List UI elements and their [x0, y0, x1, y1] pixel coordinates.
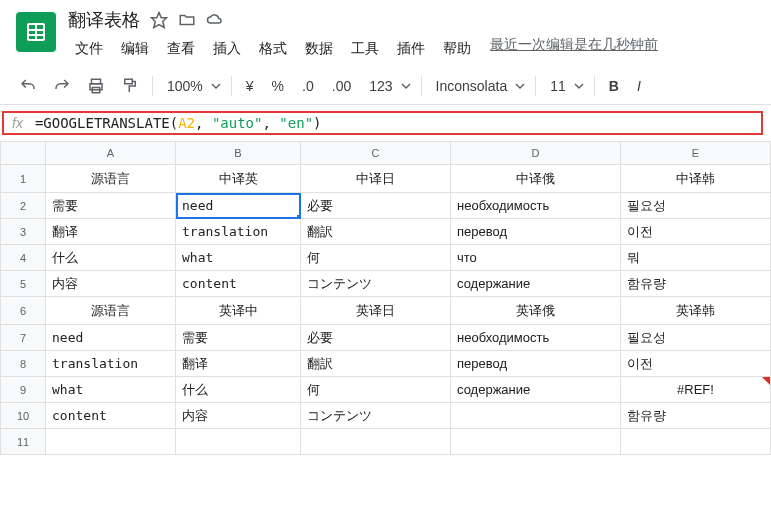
cell[interactable]: 翻訳 — [301, 219, 451, 245]
decrease-decimal-button[interactable]: .0 — [298, 78, 318, 94]
row-header[interactable]: 11 — [0, 429, 46, 455]
menu-file[interactable]: 文件 — [68, 36, 110, 62]
bold-button[interactable]: B — [605, 78, 623, 94]
cell[interactable]: コンテンツ — [301, 271, 451, 297]
cell[interactable]: what — [176, 245, 301, 271]
cell[interactable]: 必要 — [301, 325, 451, 351]
row-header[interactable]: 5 — [0, 271, 46, 297]
select-all-corner[interactable] — [0, 141, 46, 165]
cell[interactable]: 什么 — [46, 245, 176, 271]
cell[interactable]: 中译英 — [176, 165, 301, 193]
cell[interactable] — [451, 429, 621, 455]
cell[interactable] — [621, 429, 771, 455]
cell[interactable]: 需要 — [46, 193, 176, 219]
cell[interactable]: 英译日 — [301, 297, 451, 325]
cell[interactable]: необходимость — [451, 193, 621, 219]
cell[interactable]: 필요성 — [621, 193, 771, 219]
percent-button[interactable]: % — [268, 78, 288, 94]
menu-format[interactable]: 格式 — [252, 36, 294, 62]
move-folder-icon[interactable] — [178, 11, 196, 29]
cell[interactable]: 필요성 — [621, 325, 771, 351]
cloud-status-icon[interactable] — [206, 11, 224, 29]
cell[interactable]: 翻訳 — [301, 351, 451, 377]
cell[interactable]: 源语言 — [46, 165, 176, 193]
cell[interactable]: 英译韩 — [621, 297, 771, 325]
cell[interactable]: 함유량 — [621, 403, 771, 429]
cell[interactable] — [451, 403, 621, 429]
paint-format-icon[interactable] — [118, 74, 142, 98]
row-header[interactable]: 9 — [0, 377, 46, 403]
cell[interactable]: перевод — [451, 219, 621, 245]
col-header-c[interactable]: C — [301, 141, 451, 165]
cell[interactable]: 英译俄 — [451, 297, 621, 325]
cell[interactable]: content — [176, 271, 301, 297]
print-icon[interactable] — [84, 74, 108, 98]
row-header[interactable]: 8 — [0, 351, 46, 377]
sheets-logo[interactable] — [16, 12, 56, 52]
number-format-dropdown[interactable]: 123 — [365, 78, 410, 94]
cell[interactable]: translation — [46, 351, 176, 377]
cell[interactable]: コンテンツ — [301, 403, 451, 429]
menu-help[interactable]: 帮助 — [436, 36, 478, 62]
error-cell[interactable]: #REF! — [621, 377, 771, 403]
cell[interactable]: 中译韩 — [621, 165, 771, 193]
doc-title[interactable]: 翻译表格 — [68, 8, 140, 32]
cell[interactable]: содержание — [451, 271, 621, 297]
edit-history-link[interactable]: 最近一次编辑是在几秒钟前 — [490, 36, 658, 62]
cell[interactable]: what — [46, 377, 176, 403]
cell[interactable]: 必要 — [301, 193, 451, 219]
cell[interactable]: 함유량 — [621, 271, 771, 297]
cell[interactable]: content — [46, 403, 176, 429]
increase-decimal-button[interactable]: .00 — [328, 78, 355, 94]
menu-insert[interactable]: 插入 — [206, 36, 248, 62]
menu-data[interactable]: 数据 — [298, 36, 340, 62]
italic-button[interactable]: I — [633, 78, 645, 94]
cell[interactable]: 中译俄 — [451, 165, 621, 193]
cell[interactable]: 何 — [301, 377, 451, 403]
font-dropdown[interactable]: Inconsolata — [432, 78, 526, 94]
cell[interactable]: 中译日 — [301, 165, 451, 193]
cell[interactable]: 何 — [301, 245, 451, 271]
cell[interactable]: 需要 — [176, 325, 301, 351]
row-header[interactable]: 4 — [0, 245, 46, 271]
cell[interactable]: что — [451, 245, 621, 271]
cell[interactable]: 内容 — [46, 271, 176, 297]
menu-edit[interactable]: 编辑 — [114, 36, 156, 62]
col-header-d[interactable]: D — [451, 141, 621, 165]
cell[interactable]: need — [46, 325, 176, 351]
row-header[interactable]: 6 — [0, 297, 46, 325]
cell[interactable]: 翻译 — [176, 351, 301, 377]
cell[interactable] — [46, 429, 176, 455]
row-header[interactable]: 2 — [0, 193, 46, 219]
cell[interactable]: 翻译 — [46, 219, 176, 245]
cell[interactable]: 이전 — [621, 219, 771, 245]
cell[interactable]: 英译中 — [176, 297, 301, 325]
star-icon[interactable] — [150, 11, 168, 29]
menu-addons[interactable]: 插件 — [390, 36, 432, 62]
row-header[interactable]: 3 — [0, 219, 46, 245]
cell[interactable]: необходимость — [451, 325, 621, 351]
cell[interactable]: 源语言 — [46, 297, 176, 325]
row-header[interactable]: 7 — [0, 325, 46, 351]
font-size-dropdown[interactable]: 11 — [546, 78, 584, 94]
currency-button[interactable]: ¥ — [242, 78, 258, 94]
cell[interactable]: 内容 — [176, 403, 301, 429]
redo-icon[interactable] — [50, 74, 74, 98]
formula-input[interactable]: =GOOGLETRANSLATE(A2, "auto", "en") — [35, 115, 753, 131]
cell[interactable]: translation — [176, 219, 301, 245]
menu-view[interactable]: 查看 — [160, 36, 202, 62]
cell[interactable]: 뭐 — [621, 245, 771, 271]
menu-tools[interactable]: 工具 — [344, 36, 386, 62]
active-cell[interactable]: need — [176, 193, 301, 219]
cell[interactable]: перевод — [451, 351, 621, 377]
cell[interactable] — [301, 429, 451, 455]
undo-icon[interactable] — [16, 74, 40, 98]
cell[interactable] — [176, 429, 301, 455]
cell[interactable]: 이전 — [621, 351, 771, 377]
col-header-b[interactable]: B — [176, 141, 301, 165]
col-header-a[interactable]: A — [46, 141, 176, 165]
row-header[interactable]: 1 — [0, 165, 46, 193]
cell[interactable]: 什么 — [176, 377, 301, 403]
row-header[interactable]: 10 — [0, 403, 46, 429]
col-header-e[interactable]: E — [621, 141, 771, 165]
